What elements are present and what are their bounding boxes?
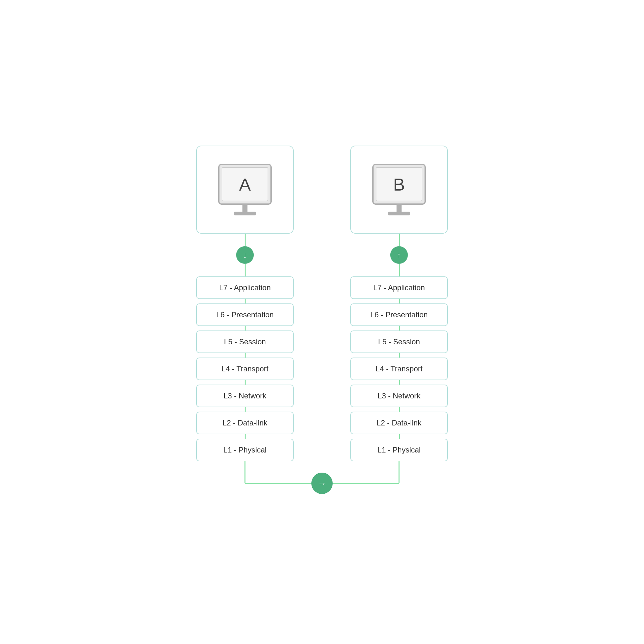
monitor-b: B	[372, 164, 426, 215]
column-b: B ↑ L7 - Application L6 - Presentation L…	[350, 146, 448, 461]
connector-b-top	[399, 234, 400, 246]
arrow-circle-b: ↑	[390, 246, 408, 264]
layer-a-5: L5 - Session	[196, 330, 294, 353]
layer-a-2: L2 - Data-link	[196, 412, 294, 434]
diagram-container: A ↓ L7 - Application L6 - Presentation L…	[171, 127, 473, 517]
connector-a-top	[245, 234, 246, 246]
layer-b-7: L7 - Application	[350, 276, 448, 299]
arrow-circle-a: ↓	[236, 246, 254, 264]
layer-b-4: L4 - Transport	[350, 358, 448, 380]
computer-box-b: B	[350, 146, 448, 234]
layer-b-6: L6 - Presentation	[350, 303, 448, 326]
computer-box-a: A	[196, 146, 294, 234]
arrow-symbol-a: ↓	[243, 250, 247, 260]
computer-label-a: A	[239, 174, 251, 195]
layer-b-5: L5 - Session	[350, 330, 448, 353]
layer-b-2: L2 - Data-link	[350, 412, 448, 434]
svg-point-4	[311, 473, 333, 494]
layer-a-4: L4 - Transport	[196, 358, 294, 380]
svg-text:→: →	[318, 479, 326, 488]
arrow-symbol-b: ↑	[397, 250, 401, 260]
column-a: A ↓ L7 - Application L6 - Presentation L…	[196, 146, 294, 461]
layer-a-7: L7 - Application	[196, 276, 294, 299]
layer-b-1: L1 - Physical	[350, 439, 448, 461]
layer-a-1: L1 - Physical	[196, 439, 294, 461]
layer-b-3: L3 - Network	[350, 385, 448, 407]
monitor-a: A	[218, 164, 272, 215]
layer-a-6: L6 - Presentation	[196, 303, 294, 326]
computer-label-b: B	[393, 174, 405, 195]
connector-a-mid	[245, 264, 246, 276]
connector-b-mid	[399, 264, 400, 276]
layer-a-3: L3 - Network	[196, 385, 294, 407]
